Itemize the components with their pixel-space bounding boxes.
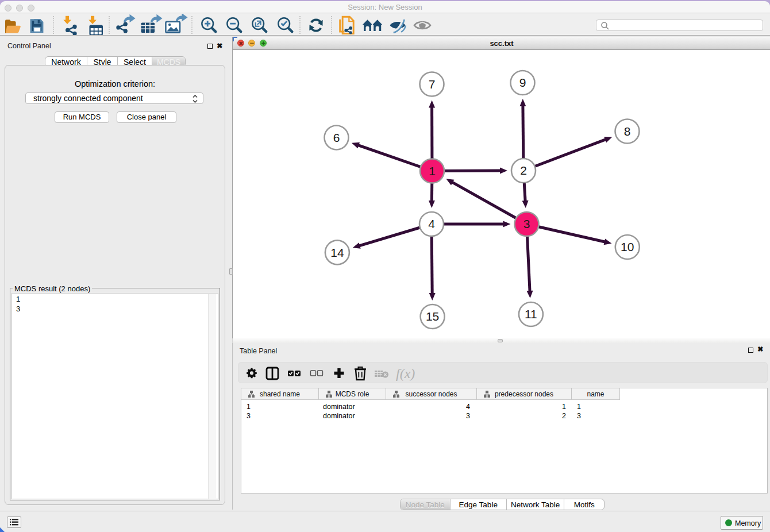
svg-text:11: 11 bbox=[525, 307, 537, 321]
svg-text:7: 7 bbox=[429, 78, 436, 91]
svg-text:4: 4 bbox=[428, 217, 435, 230]
svg-text:3: 3 bbox=[523, 217, 530, 230]
svg-text:f(x): f(x) bbox=[396, 366, 415, 381]
svg-text:6: 6 bbox=[333, 131, 340, 144]
svg-text:1: 1 bbox=[429, 164, 436, 178]
svg-text:15: 15 bbox=[426, 310, 439, 323]
svg-text:14: 14 bbox=[330, 246, 344, 259]
svg-text:9: 9 bbox=[519, 76, 526, 89]
svg-text:Memory: Memory bbox=[735, 519, 761, 527]
svg-text:8: 8 bbox=[624, 125, 631, 138]
svg-text:2: 2 bbox=[520, 164, 527, 177]
svg-text:10: 10 bbox=[621, 240, 634, 253]
